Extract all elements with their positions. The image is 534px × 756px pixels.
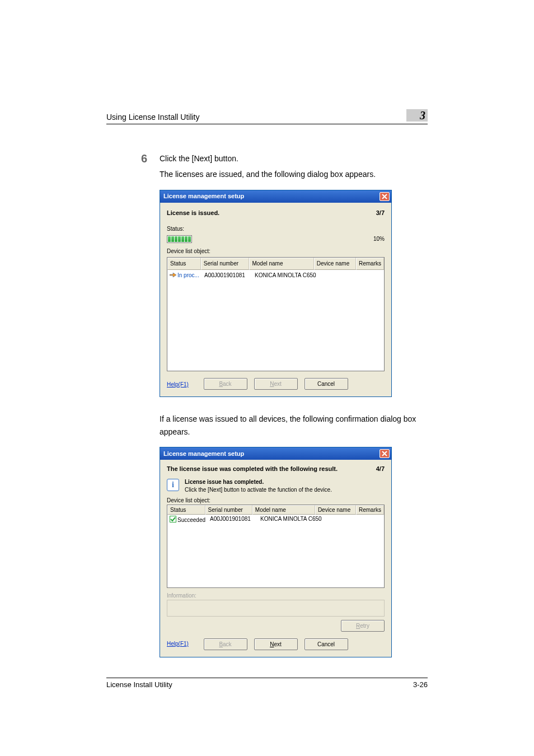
dialog-page: 3/7 xyxy=(376,208,385,218)
information-label: Information: xyxy=(167,592,385,599)
device-list-label: Device list object: xyxy=(167,497,385,503)
retry-button: Retry xyxy=(341,620,385,632)
step-instruction: Click the [Next] button. xyxy=(160,152,428,165)
col-device[interactable]: Device name xyxy=(315,505,356,515)
cell-serial: A00J001901081 xyxy=(208,515,258,525)
progress-bar xyxy=(167,235,192,243)
progress-percent: 10% xyxy=(373,235,385,244)
col-model[interactable]: Model name xyxy=(249,258,313,270)
close-button[interactable] xyxy=(380,192,390,201)
dialog-title: License management setup xyxy=(163,450,244,457)
step-description: The licenses are issued, and the followi… xyxy=(160,168,428,180)
cancel-button[interactable]: Cancel xyxy=(305,638,348,650)
col-model[interactable]: Model name xyxy=(252,505,315,515)
cell-remarks xyxy=(369,515,384,525)
close-icon xyxy=(382,194,387,199)
mid-paragraph: If a license was issued to all devices, … xyxy=(160,413,428,438)
dialog-heading: The license issue was completed with the… xyxy=(167,465,338,472)
cell-device xyxy=(325,515,369,525)
col-status[interactable]: Status xyxy=(167,505,205,515)
chapter-number: 3 xyxy=(406,109,428,122)
cancel-button[interactable]: Cancel xyxy=(305,378,348,390)
cell-device xyxy=(320,270,363,281)
cell-status: In proc... xyxy=(177,271,199,280)
info-icon: i xyxy=(167,479,179,491)
success-icon xyxy=(170,516,176,524)
next-button: Next xyxy=(254,378,298,390)
col-remarks[interactable]: Remarks xyxy=(356,258,384,270)
back-button: Back xyxy=(204,638,247,650)
dialog-titlebar[interactable]: License management setup xyxy=(160,447,391,460)
page-footer: License Install Utility 3-26 xyxy=(106,678,428,689)
col-serial[interactable]: Serial number xyxy=(205,505,252,515)
help-link[interactable]: Help(F1) xyxy=(167,641,189,647)
cell-status: Succeeded xyxy=(177,517,205,523)
dialog-titlebar[interactable]: License management setup xyxy=(160,190,391,203)
col-serial[interactable]: Serial number xyxy=(201,258,250,270)
table-row[interactable]: In proc... A00J001901081 KONICA MINOLTA … xyxy=(167,270,384,281)
dialog-heading: License is issued. xyxy=(167,208,219,218)
close-icon xyxy=(382,451,387,456)
help-link[interactable]: Help(F1) xyxy=(167,380,189,389)
step-number: 6 xyxy=(106,152,160,408)
col-remarks[interactable]: Remarks xyxy=(356,505,384,515)
device-table: Status Serial number Model name Device n… xyxy=(167,257,385,371)
page-header: Using License Install Utility 3 xyxy=(106,109,428,124)
cell-serial: A00J001901081 xyxy=(202,270,252,281)
information-box xyxy=(167,600,385,617)
dialog-page: 4/7 xyxy=(376,465,385,472)
dialog-license-completed: License management setup The license iss… xyxy=(160,447,392,657)
cell-remarks xyxy=(363,270,384,281)
table-header: Status Serial number Model name Device n… xyxy=(167,505,384,515)
cell-model: KONICA MINOLTA C650 xyxy=(252,270,320,281)
info-line: Click the [Next] button to activate the … xyxy=(185,487,332,493)
table-header: Status Serial number Model name Device n… xyxy=(167,258,384,270)
close-button[interactable] xyxy=(380,449,390,458)
dialog-license-issuing: License management setup License is issu… xyxy=(160,190,392,398)
cell-model: KONICA MINOLTA C650 xyxy=(258,515,325,525)
col-device[interactable]: Device name xyxy=(314,258,356,270)
footer-left: License Install Utility xyxy=(106,680,172,689)
dialog-title: License management setup xyxy=(163,192,244,202)
back-button: Back xyxy=(204,378,247,390)
device-list-label: Device list object: xyxy=(167,247,385,256)
device-table: Status Serial number Model name Device n… xyxy=(167,505,385,588)
table-row[interactable]: Succeeded A00J001901081 KONICA MINOLTA C… xyxy=(167,515,384,525)
header-title: Using License Install Utility xyxy=(106,113,200,122)
next-button[interactable]: Next xyxy=(254,638,298,650)
status-label: Status: xyxy=(167,225,385,234)
col-status[interactable]: Status xyxy=(167,258,201,270)
in-progress-icon xyxy=(170,271,176,280)
info-bold: License issue has completed. xyxy=(185,479,332,485)
footer-right: 3-26 xyxy=(413,680,428,689)
